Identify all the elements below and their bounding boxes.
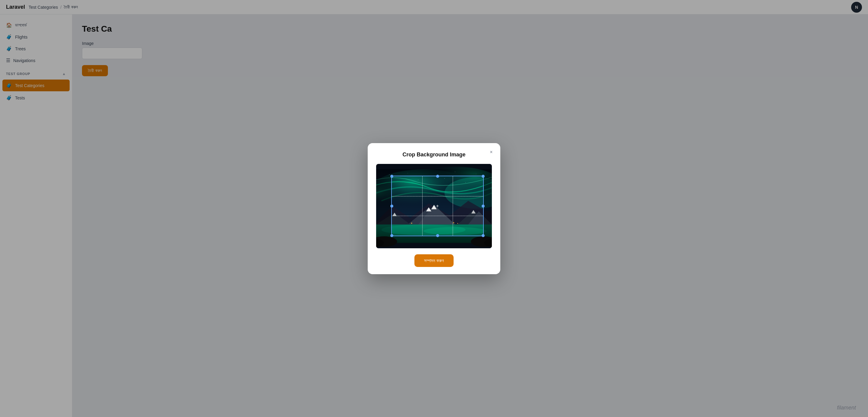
mask-bottom — [376, 236, 492, 248]
handle-top-right[interactable] — [482, 175, 485, 178]
crop-modal: × Crop Background Image — [368, 143, 500, 274]
mask-top — [376, 164, 492, 175]
modal-footer: সম্পাদন করুন — [376, 254, 492, 267]
center-crosshair: + — [436, 203, 439, 209]
crop-container: + — [376, 164, 492, 248]
grid-h2 — [392, 216, 483, 216]
handle-middle-left[interactable] — [390, 204, 393, 207]
modal-title: Crop Background Image — [376, 152, 492, 158]
handle-top-left[interactable] — [390, 175, 393, 178]
handle-top-middle[interactable] — [436, 175, 439, 178]
modal-overlay: × Crop Background Image — [0, 0, 868, 417]
grid-h1 — [392, 196, 483, 196]
mask-right — [484, 175, 492, 236]
handle-middle-right[interactable] — [482, 204, 485, 207]
handle-bottom-middle[interactable] — [436, 234, 439, 237]
modal-close-button[interactable]: × — [487, 148, 495, 156]
mask-left — [376, 175, 391, 236]
grid-v1 — [422, 176, 423, 236]
grid-v2 — [453, 176, 453, 236]
crop-box[interactable]: + — [391, 175, 484, 236]
save-crop-button[interactable]: সম্পাদন করুন — [414, 254, 454, 267]
